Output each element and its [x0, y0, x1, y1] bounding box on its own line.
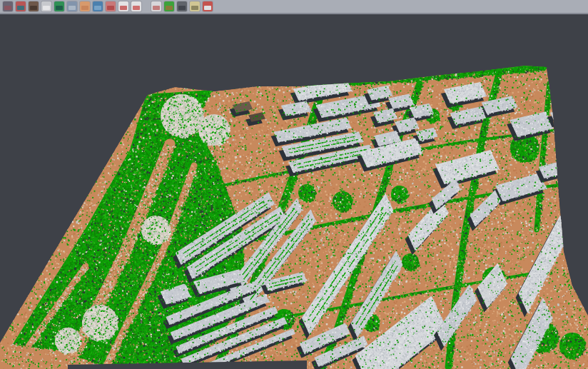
icon-column-blue-glyph: [69, 6, 76, 10]
icon-tile-orange[interactable]: [80, 1, 90, 11]
icon-surface-light-glyph: [43, 6, 50, 10]
icon-export-yellow-glyph: [191, 6, 198, 10]
icon-terrain-green[interactable]: [54, 1, 64, 11]
icon-selection-box-red[interactable]: [131, 1, 141, 11]
icon-camera-dark[interactable]: [177, 1, 187, 11]
icon-terrain-brown[interactable]: [29, 1, 39, 11]
icon-column-blue[interactable]: [67, 1, 77, 11]
icon-align-points[interactable]: [16, 1, 26, 11]
icon-terrain-green-glyph: [56, 6, 63, 10]
icon-target-red[interactable]: [118, 1, 128, 11]
icon-classification-green-glyph: [166, 6, 173, 10]
main-toolbar: [0, 0, 588, 14]
icon-camera-dark-glyph: [178, 6, 186, 10]
icon-target-red-glyph: [120, 6, 127, 10]
icon-globe-blue-glyph: [94, 6, 101, 10]
icon-globe-blue[interactable]: [93, 1, 103, 11]
icon-close-red[interactable]: [203, 1, 213, 11]
3d-viewport[interactable]: [0, 16, 588, 369]
icon-export-yellow[interactable]: [190, 1, 200, 11]
point-cloud-canvas[interactable]: [0, 16, 588, 369]
icon-classification-green[interactable]: [164, 1, 174, 11]
icon-clip-box-red-glyph: [153, 6, 160, 10]
icon-terrain-brown-glyph: [30, 6, 37, 10]
icon-dark-cube-glyph: [4, 6, 11, 10]
icon-selection-box-red-glyph: [133, 6, 140, 10]
icon-list-red[interactable]: [106, 1, 116, 11]
icon-surface-light[interactable]: [41, 1, 51, 11]
icon-list-red-glyph: [107, 6, 114, 10]
icon-align-points-glyph: [17, 6, 24, 10]
icon-close-red-glyph: [204, 6, 211, 10]
icon-tile-orange-glyph: [81, 6, 88, 10]
icon-dark-cube[interactable]: [3, 1, 13, 11]
icon-clip-box-red[interactable]: [151, 1, 161, 11]
